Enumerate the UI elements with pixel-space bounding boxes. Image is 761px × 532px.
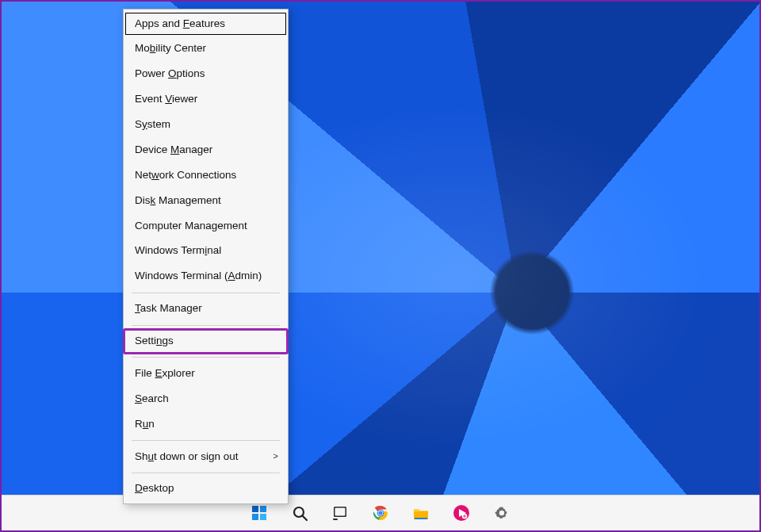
menu-label-accelerator: E — [155, 367, 163, 379]
desktop-wallpaper — [2, 2, 759, 530]
menu-label-post: esktop — [143, 482, 174, 494]
menu-label-post: xplorer — [163, 367, 195, 379]
menu-label-pre: Dis — [135, 194, 151, 206]
menu-separator — [132, 357, 280, 358]
folder-icon — [412, 504, 430, 522]
start-button[interactable] — [247, 500, 272, 526]
menu-label-pre: Power — [135, 67, 168, 79]
menu-item-mobility-center[interactable]: Mobility Center — [124, 36, 288, 62]
menu-item-desktop[interactable]: Desktop — [124, 477, 288, 502]
menu-label-pre: Mo — [135, 42, 150, 54]
menu-label-accelerator: w — [151, 169, 159, 181]
menu-item-shut-down-or-sign-out[interactable]: Shut down or sign out> — [124, 444, 288, 469]
menu-label-pre: Setti — [135, 335, 156, 346]
menu-item-network-connections[interactable]: Network Connections — [124, 163, 288, 188]
menu-item-search[interactable]: Search — [124, 386, 288, 411]
menu-item-apps-and-features[interactable]: Apps and Features — [124, 11, 288, 36]
submenu-arrow-icon: > — [273, 451, 278, 462]
menu-item-power-options[interactable]: Power Options — [124, 62, 288, 87]
menu-separator — [132, 293, 280, 293]
menu-label-post: earch — [142, 392, 169, 404]
menu-label-accelerator: O — [168, 67, 177, 79]
menu-label-pre: Device — [135, 144, 170, 155]
menu-label-pre: Net — [135, 169, 151, 181]
menu-item-windows-terminal-admin[interactable]: Windows Terminal (Admin) — [124, 264, 288, 289]
menu-label-accelerator: y — [142, 118, 147, 130]
taskbar — [2, 495, 759, 530]
menu-label-pre: R — [135, 418, 143, 430]
menu-label-post: n — [148, 418, 155, 430]
menu-label-post: ement — [217, 220, 247, 232]
menu-label-accelerator: A — [228, 270, 235, 281]
menu-label-post: dmin) — [235, 270, 262, 281]
menu-label-accelerator: T — [135, 302, 140, 314]
menu-label-accelerator: F — [183, 17, 189, 29]
menu-label-post: ility Center — [155, 42, 206, 54]
app-button[interactable] — [449, 500, 474, 526]
menu-label-pre: Computer Mana — [135, 220, 212, 232]
menu-label-post: ork Connections — [159, 169, 237, 181]
menu-label-pre: Sh — [135, 450, 148, 462]
gear-icon — [493, 504, 511, 522]
menu-label-accelerator: u — [148, 450, 155, 462]
start-icon — [250, 504, 268, 522]
menu-label-pre: S — [135, 118, 142, 130]
menu-item-file-explorer[interactable]: File Explorer — [124, 361, 288, 386]
menu-label-pre: Event — [135, 93, 165, 105]
file-explorer-button[interactable] — [408, 500, 434, 526]
menu-item-run[interactable]: Run — [124, 411, 288, 437]
menu-label-accelerator: M — [170, 144, 179, 155]
menu-label-post: Management — [155, 194, 221, 206]
menu-label-pre: Apps and — [135, 17, 183, 29]
task-view-icon — [331, 504, 349, 522]
menu-label-post: ask Manager — [140, 302, 202, 314]
menu-item-event-viewer[interactable]: Event Viewer — [124, 87, 288, 113]
menu-separator — [132, 440, 280, 441]
menu-label-post: nal — [207, 244, 221, 256]
settings-button[interactable] — [489, 500, 514, 526]
menu-label-accelerator: V — [165, 93, 172, 105]
menu-label-accelerator: S — [135, 392, 142, 404]
menu-item-computer-management[interactable]: Computer Management — [124, 213, 288, 239]
menu-label-post: iewer — [172, 93, 197, 105]
menu-label-post: gs — [163, 335, 174, 346]
menu-item-disk-management[interactable]: Disk Management — [124, 188, 288, 213]
menu-label-pre: File — [135, 367, 155, 379]
menu-separator — [132, 473, 280, 473]
menu-item-device-manager[interactable]: Device Manager — [124, 137, 288, 163]
search-icon — [291, 504, 308, 522]
menu-label-pre: Windows Terminal ( — [135, 270, 228, 281]
menu-item-settings[interactable]: Settings — [124, 329, 288, 354]
chrome-button[interactable] — [368, 500, 393, 526]
search-button[interactable] — [287, 500, 312, 526]
menu-label-pre: Windows Term — [135, 244, 205, 256]
task-view-button[interactable] — [327, 500, 353, 526]
menu-label-accelerator: n — [156, 335, 163, 346]
desktop-screen: Apps and FeaturesMobility CenterPower Op… — [0, 0, 761, 532]
menu-label-post: anager — [179, 144, 212, 155]
menu-item-task-manager[interactable]: Task Manager — [124, 297, 288, 322]
menu-separator — [132, 325, 280, 326]
menu-label-accelerator: D — [135, 482, 143, 494]
winx-context-menu: Apps and FeaturesMobility CenterPower Op… — [123, 9, 289, 504]
menu-label-post: eatures — [189, 17, 225, 29]
pink-app-icon — [453, 504, 470, 522]
chrome-icon — [372, 504, 389, 522]
menu-item-windows-terminal[interactable]: Windows Terminal — [124, 239, 288, 264]
menu-label-post: t down or sign out — [154, 450, 239, 462]
menu-label-post: ptions — [177, 67, 205, 79]
menu-item-system[interactable]: System — [124, 113, 288, 138]
menu-label-post: stem — [147, 118, 170, 130]
